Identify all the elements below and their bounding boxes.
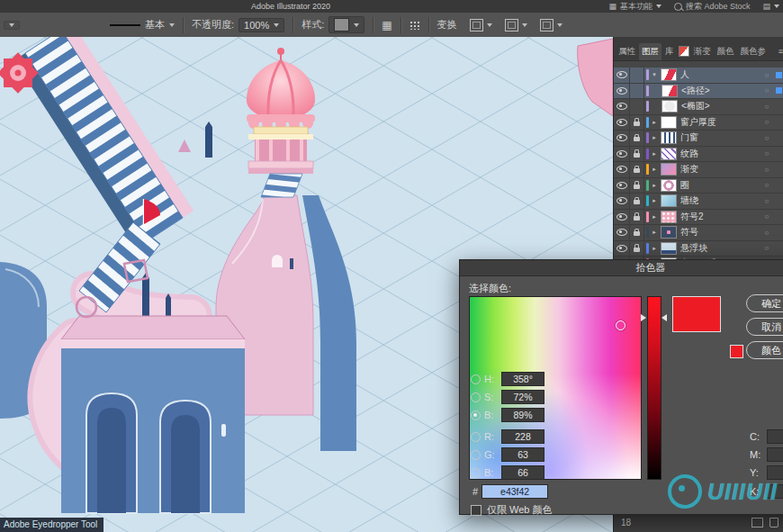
m-value-field[interactable]: 88	[767, 447, 783, 462]
ok-button[interactable]: 确定	[746, 294, 783, 312]
visibility-toggle[interactable]	[614, 115, 630, 131]
r-value-field[interactable]: 228	[501, 429, 544, 444]
stock-search[interactable]: 搜索 Adobe Stock	[674, 1, 751, 13]
distribute-dropdown[interactable]	[505, 19, 527, 32]
slider-arrow-right-icon[interactable]	[662, 314, 667, 321]
tab-layers[interactable]: 图层	[639, 43, 662, 60]
lock-toggle[interactable]	[630, 162, 644, 177]
visibility-toggle[interactable]	[614, 162, 630, 177]
layer-row[interactable]: ▸ 门窗 ○	[614, 131, 783, 147]
c-value-field[interactable]: 12	[767, 429, 783, 444]
visibility-toggle[interactable]	[614, 147, 630, 162]
visibility-toggle[interactable]	[614, 241, 630, 257]
stroke-preset-dropdown[interactable]: 基本	[110, 18, 175, 32]
tab-gradient[interactable]: 渐变	[691, 43, 714, 60]
layer-name[interactable]: 纹路	[680, 148, 760, 160]
layer-row[interactable]: ▸ 圈 ○	[614, 178, 783, 194]
expand-arrow[interactable]: ▸	[650, 134, 659, 141]
color-swatches-button[interactable]: 颜色	[746, 341, 783, 359]
swatches-icon[interactable]	[679, 46, 689, 57]
expand-arrow[interactable]: ▸	[650, 182, 659, 189]
arrange-dropdown[interactable]	[540, 19, 562, 32]
layer-row[interactable]: ▸ 符号 ○	[614, 225, 783, 241]
target-circle[interactable]: ○	[760, 244, 773, 252]
layer-thumbnail[interactable]	[661, 226, 677, 239]
layer-thumbnail[interactable]	[661, 211, 677, 223]
visibility-toggle[interactable]	[614, 131, 630, 146]
g-radio[interactable]	[471, 450, 481, 460]
opacity-dropdown[interactable]: 100%	[238, 18, 284, 32]
visibility-toggle[interactable]	[614, 178, 630, 194]
slider-arrow-left-icon[interactable]	[641, 314, 646, 321]
hex-value-field[interactable]: e43f42	[482, 484, 548, 499]
preferences-icon[interactable]	[410, 21, 420, 30]
expand-arrow[interactable]: ▸	[650, 150, 659, 158]
layer-name[interactable]: 符号2	[680, 211, 760, 223]
layer-thumbnail[interactable]	[661, 179, 677, 192]
target-circle[interactable]: ○	[760, 118, 773, 126]
lock-toggle[interactable]	[630, 147, 644, 162]
layer-row[interactable]: ▸ 符号2 ○	[614, 210, 783, 226]
lock-toggle[interactable]	[630, 225, 644, 240]
layer-row[interactable]: ▾ 人 ○	[614, 68, 783, 84]
expand-arrow[interactable]: ▸	[650, 229, 659, 236]
b-value-field[interactable]: 89%	[501, 408, 544, 422]
new-layer-icon[interactable]	[752, 518, 763, 527]
expand-arrow[interactable]: ▸	[650, 213, 659, 221]
dialog-title[interactable]: 拾色器	[460, 260, 783, 276]
b2-value-field[interactable]: 66	[501, 465, 544, 480]
r-radio[interactable]	[471, 432, 481, 442]
layer-thumbnail[interactable]	[661, 163, 677, 176]
target-circle[interactable]: ○	[760, 212, 773, 221]
target-circle[interactable]: ○	[760, 166, 773, 174]
layer-thumbnail[interactable]	[661, 148, 677, 160]
delete-layer-icon[interactable]	[770, 518, 778, 527]
lock-toggle[interactable]	[630, 241, 644, 257]
web-colors-checkbox[interactable]	[471, 505, 482, 516]
tab-libraries[interactable]: 库	[662, 43, 677, 60]
titlebar-icons[interactable]: ▤	[762, 2, 779, 11]
layer-name[interactable]: 悬浮块	[680, 242, 760, 255]
lock-toggle[interactable]	[630, 84, 644, 99]
cancel-button[interactable]: 取消	[746, 318, 783, 336]
lock-toggle[interactable]	[630, 210, 644, 225]
layer-name[interactable]: 人	[680, 68, 760, 81]
web-safe-swatch[interactable]	[730, 345, 743, 358]
layer-row[interactable]: ▸ 墙绕 ○	[614, 194, 783, 210]
visibility-toggle[interactable]	[614, 99, 630, 114]
layer-name[interactable]: 墙绕	[680, 194, 760, 207]
spectrum-marker[interactable]	[616, 320, 626, 330]
transform-label[interactable]: 变换	[437, 18, 457, 32]
layer-thumbnail[interactable]	[661, 131, 677, 144]
layer-thumbnail[interactable]	[661, 68, 677, 81]
layer-name[interactable]: 渐变	[680, 163, 760, 176]
target-circle[interactable]: ○	[760, 134, 773, 142]
g-value-field[interactable]: 63	[501, 447, 544, 462]
layer-row[interactable]: <椭圆> ○	[614, 99, 783, 115]
tab-properties[interactable]: 属性	[616, 43, 638, 60]
s-value-field[interactable]: 72%	[501, 390, 544, 404]
expand-arrow[interactable]: ▸	[650, 166, 659, 173]
layer-row[interactable]: ▸ 渐变 ○	[614, 162, 783, 178]
document-setup-icon[interactable]: ▦	[382, 19, 392, 32]
h-radio[interactable]	[471, 374, 481, 384]
expand-arrow[interactable]: ▾	[650, 71, 659, 78]
lock-toggle[interactable]	[630, 131, 644, 146]
layer-thumbnail[interactable]	[662, 100, 678, 113]
expand-arrow[interactable]: ▸	[650, 245, 659, 252]
tab-color[interactable]: 颜色	[715, 43, 737, 60]
layer-name[interactable]: 符号	[680, 226, 760, 239]
workspace-switcher[interactable]: ▦ 基本功能	[608, 1, 662, 13]
s-radio[interactable]	[471, 392, 481, 402]
expand-arrow[interactable]: ▸	[650, 119, 659, 126]
target-circle[interactable]: ○	[760, 181, 773, 189]
target-circle[interactable]: ○	[760, 149, 773, 158]
b2-radio[interactable]	[471, 468, 481, 478]
layer-row[interactable]: <路径> ○	[614, 84, 783, 100]
lock-toggle[interactable]	[630, 178, 644, 194]
layer-thumbnail[interactable]	[661, 194, 677, 207]
layer-name[interactable]: 圈	[680, 179, 760, 192]
expand-arrow[interactable]: ▸	[650, 197, 659, 204]
visibility-toggle[interactable]	[614, 194, 630, 209]
layer-thumbnail[interactable]	[661, 116, 677, 129]
